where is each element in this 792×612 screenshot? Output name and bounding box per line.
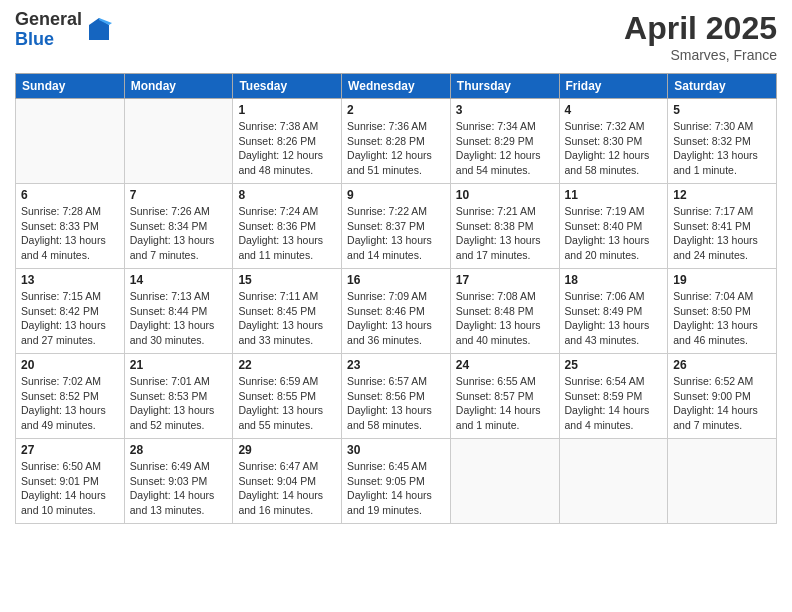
header-tuesday: Tuesday bbox=[233, 74, 342, 99]
calendar-cell: 2Sunrise: 7:36 AMSunset: 8:28 PMDaylight… bbox=[342, 99, 451, 184]
day-info: Sunrise: 7:38 AMSunset: 8:26 PMDaylight:… bbox=[238, 119, 336, 178]
calendar-cell: 21Sunrise: 7:01 AMSunset: 8:53 PMDayligh… bbox=[124, 354, 233, 439]
day-info: Sunrise: 7:32 AMSunset: 8:30 PMDaylight:… bbox=[565, 119, 663, 178]
day-number: 29 bbox=[238, 443, 336, 457]
day-number: 4 bbox=[565, 103, 663, 117]
day-number: 1 bbox=[238, 103, 336, 117]
day-number: 10 bbox=[456, 188, 554, 202]
location-subtitle: Smarves, France bbox=[624, 47, 777, 63]
day-number: 11 bbox=[565, 188, 663, 202]
day-number: 9 bbox=[347, 188, 445, 202]
day-info: Sunrise: 7:02 AMSunset: 8:52 PMDaylight:… bbox=[21, 374, 119, 433]
day-number: 16 bbox=[347, 273, 445, 287]
calendar-week-row: 20Sunrise: 7:02 AMSunset: 8:52 PMDayligh… bbox=[16, 354, 777, 439]
calendar-cell bbox=[668, 439, 777, 524]
header: General Blue April 2025 Smarves, France bbox=[15, 10, 777, 63]
day-number: 12 bbox=[673, 188, 771, 202]
calendar-cell: 12Sunrise: 7:17 AMSunset: 8:41 PMDayligh… bbox=[668, 184, 777, 269]
day-info: Sunrise: 7:34 AMSunset: 8:29 PMDaylight:… bbox=[456, 119, 554, 178]
calendar-cell: 13Sunrise: 7:15 AMSunset: 8:42 PMDayligh… bbox=[16, 269, 125, 354]
day-info: Sunrise: 7:28 AMSunset: 8:33 PMDaylight:… bbox=[21, 204, 119, 263]
calendar-cell: 10Sunrise: 7:21 AMSunset: 8:38 PMDayligh… bbox=[450, 184, 559, 269]
day-info: Sunrise: 6:55 AMSunset: 8:57 PMDaylight:… bbox=[456, 374, 554, 433]
calendar-cell: 6Sunrise: 7:28 AMSunset: 8:33 PMDaylight… bbox=[16, 184, 125, 269]
day-number: 6 bbox=[21, 188, 119, 202]
day-number: 17 bbox=[456, 273, 554, 287]
day-info: Sunrise: 7:13 AMSunset: 8:44 PMDaylight:… bbox=[130, 289, 228, 348]
day-info: Sunrise: 7:06 AMSunset: 8:49 PMDaylight:… bbox=[565, 289, 663, 348]
day-number: 27 bbox=[21, 443, 119, 457]
calendar-header-row: Sunday Monday Tuesday Wednesday Thursday… bbox=[16, 74, 777, 99]
day-number: 13 bbox=[21, 273, 119, 287]
calendar-cell: 1Sunrise: 7:38 AMSunset: 8:26 PMDaylight… bbox=[233, 99, 342, 184]
calendar-cell: 22Sunrise: 6:59 AMSunset: 8:55 PMDayligh… bbox=[233, 354, 342, 439]
day-number: 14 bbox=[130, 273, 228, 287]
day-info: Sunrise: 7:26 AMSunset: 8:34 PMDaylight:… bbox=[130, 204, 228, 263]
day-info: Sunrise: 6:45 AMSunset: 9:05 PMDaylight:… bbox=[347, 459, 445, 518]
day-info: Sunrise: 6:47 AMSunset: 9:04 PMDaylight:… bbox=[238, 459, 336, 518]
calendar-cell: 17Sunrise: 7:08 AMSunset: 8:48 PMDayligh… bbox=[450, 269, 559, 354]
day-info: Sunrise: 7:22 AMSunset: 8:37 PMDaylight:… bbox=[347, 204, 445, 263]
day-info: Sunrise: 7:04 AMSunset: 8:50 PMDaylight:… bbox=[673, 289, 771, 348]
day-info: Sunrise: 7:09 AMSunset: 8:46 PMDaylight:… bbox=[347, 289, 445, 348]
header-thursday: Thursday bbox=[450, 74, 559, 99]
day-number: 22 bbox=[238, 358, 336, 372]
calendar-cell bbox=[559, 439, 668, 524]
calendar-week-row: 1Sunrise: 7:38 AMSunset: 8:26 PMDaylight… bbox=[16, 99, 777, 184]
day-info: Sunrise: 7:08 AMSunset: 8:48 PMDaylight:… bbox=[456, 289, 554, 348]
day-info: Sunrise: 7:30 AMSunset: 8:32 PMDaylight:… bbox=[673, 119, 771, 178]
calendar-cell: 19Sunrise: 7:04 AMSunset: 8:50 PMDayligh… bbox=[668, 269, 777, 354]
calendar-cell: 23Sunrise: 6:57 AMSunset: 8:56 PMDayligh… bbox=[342, 354, 451, 439]
calendar-cell: 16Sunrise: 7:09 AMSunset: 8:46 PMDayligh… bbox=[342, 269, 451, 354]
calendar-cell: 3Sunrise: 7:34 AMSunset: 8:29 PMDaylight… bbox=[450, 99, 559, 184]
day-info: Sunrise: 6:50 AMSunset: 9:01 PMDaylight:… bbox=[21, 459, 119, 518]
calendar-cell: 30Sunrise: 6:45 AMSunset: 9:05 PMDayligh… bbox=[342, 439, 451, 524]
calendar-cell: 4Sunrise: 7:32 AMSunset: 8:30 PMDaylight… bbox=[559, 99, 668, 184]
calendar-cell: 11Sunrise: 7:19 AMSunset: 8:40 PMDayligh… bbox=[559, 184, 668, 269]
day-number: 18 bbox=[565, 273, 663, 287]
calendar-cell: 24Sunrise: 6:55 AMSunset: 8:57 PMDayligh… bbox=[450, 354, 559, 439]
calendar-cell bbox=[450, 439, 559, 524]
calendar-cell: 25Sunrise: 6:54 AMSunset: 8:59 PMDayligh… bbox=[559, 354, 668, 439]
day-info: Sunrise: 7:24 AMSunset: 8:36 PMDaylight:… bbox=[238, 204, 336, 263]
day-number: 25 bbox=[565, 358, 663, 372]
day-info: Sunrise: 7:15 AMSunset: 8:42 PMDaylight:… bbox=[21, 289, 119, 348]
calendar-cell: 26Sunrise: 6:52 AMSunset: 9:00 PMDayligh… bbox=[668, 354, 777, 439]
header-friday: Friday bbox=[559, 74, 668, 99]
logo-text: General Blue bbox=[15, 10, 82, 50]
page: General Blue April 2025 Smarves, France … bbox=[0, 0, 792, 612]
day-number: 19 bbox=[673, 273, 771, 287]
day-number: 30 bbox=[347, 443, 445, 457]
day-info: Sunrise: 6:52 AMSunset: 9:00 PMDaylight:… bbox=[673, 374, 771, 433]
day-number: 8 bbox=[238, 188, 336, 202]
calendar-cell: 27Sunrise: 6:50 AMSunset: 9:01 PMDayligh… bbox=[16, 439, 125, 524]
calendar-cell: 5Sunrise: 7:30 AMSunset: 8:32 PMDaylight… bbox=[668, 99, 777, 184]
header-monday: Monday bbox=[124, 74, 233, 99]
logo: General Blue bbox=[15, 10, 114, 50]
day-number: 3 bbox=[456, 103, 554, 117]
day-info: Sunrise: 6:57 AMSunset: 8:56 PMDaylight:… bbox=[347, 374, 445, 433]
title-block: April 2025 Smarves, France bbox=[624, 10, 777, 63]
day-number: 5 bbox=[673, 103, 771, 117]
day-number: 28 bbox=[130, 443, 228, 457]
logo-general: General bbox=[15, 9, 82, 29]
calendar-cell: 7Sunrise: 7:26 AMSunset: 8:34 PMDaylight… bbox=[124, 184, 233, 269]
day-number: 21 bbox=[130, 358, 228, 372]
day-info: Sunrise: 7:36 AMSunset: 8:28 PMDaylight:… bbox=[347, 119, 445, 178]
day-info: Sunrise: 7:19 AMSunset: 8:40 PMDaylight:… bbox=[565, 204, 663, 263]
day-number: 15 bbox=[238, 273, 336, 287]
calendar-cell: 8Sunrise: 7:24 AMSunset: 8:36 PMDaylight… bbox=[233, 184, 342, 269]
day-number: 24 bbox=[456, 358, 554, 372]
day-number: 2 bbox=[347, 103, 445, 117]
day-number: 26 bbox=[673, 358, 771, 372]
calendar-week-row: 13Sunrise: 7:15 AMSunset: 8:42 PMDayligh… bbox=[16, 269, 777, 354]
header-sunday: Sunday bbox=[16, 74, 125, 99]
calendar-table: Sunday Monday Tuesday Wednesday Thursday… bbox=[15, 73, 777, 524]
calendar-cell bbox=[16, 99, 125, 184]
header-wednesday: Wednesday bbox=[342, 74, 451, 99]
calendar-week-row: 27Sunrise: 6:50 AMSunset: 9:01 PMDayligh… bbox=[16, 439, 777, 524]
day-info: Sunrise: 7:01 AMSunset: 8:53 PMDaylight:… bbox=[130, 374, 228, 433]
calendar-week-row: 6Sunrise: 7:28 AMSunset: 8:33 PMDaylight… bbox=[16, 184, 777, 269]
calendar-cell: 9Sunrise: 7:22 AMSunset: 8:37 PMDaylight… bbox=[342, 184, 451, 269]
day-number: 20 bbox=[21, 358, 119, 372]
